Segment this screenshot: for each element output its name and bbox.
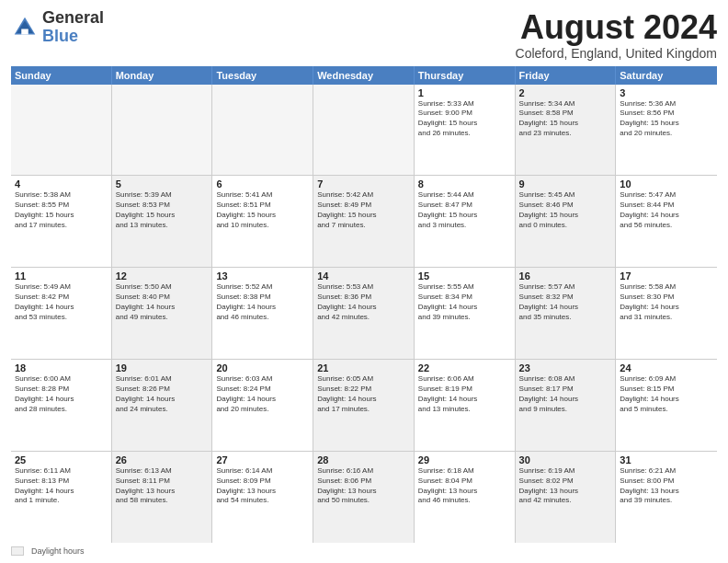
day-number: 20	[216, 362, 309, 373]
logo-text: General Blue	[42, 9, 104, 46]
calendar-cell: 20Sunrise: 6:03 AM Sunset: 8:24 PM Dayli…	[212, 360, 313, 451]
day-info: Sunrise: 5:57 AM Sunset: 8:32 PM Dayligh…	[519, 282, 612, 322]
day-info: Sunrise: 5:33 AM Sunset: 9:00 PM Dayligh…	[418, 99, 511, 139]
calendar-cell: 23Sunrise: 6:08 AM Sunset: 8:17 PM Dayli…	[516, 360, 617, 451]
calendar-cell: 8Sunrise: 5:44 AM Sunset: 8:47 PM Daylig…	[415, 176, 516, 267]
footer: Daylight hours	[11, 546, 717, 556]
day-number: 2	[519, 87, 612, 98]
calendar-header-thursday: Thursday	[415, 66, 516, 85]
calendar-cell: 3Sunrise: 5:36 AM Sunset: 8:56 PM Daylig…	[616, 85, 717, 176]
calendar-cell: 18Sunrise: 6:00 AM Sunset: 8:28 PM Dayli…	[11, 360, 112, 451]
calendar-cell: 2Sunrise: 5:34 AM Sunset: 8:58 PM Daylig…	[516, 85, 617, 176]
calendar-cell: 27Sunrise: 6:14 AM Sunset: 8:09 PM Dayli…	[212, 452, 313, 543]
day-info: Sunrise: 6:21 AM Sunset: 8:00 PM Dayligh…	[620, 466, 713, 506]
calendar-cell: 11Sunrise: 5:49 AM Sunset: 8:42 PM Dayli…	[11, 268, 112, 359]
day-info: Sunrise: 6:14 AM Sunset: 8:09 PM Dayligh…	[216, 466, 309, 506]
day-number: 15	[418, 270, 511, 282]
calendar-week-4: 25Sunrise: 6:11 AM Sunset: 8:13 PM Dayli…	[11, 452, 717, 543]
title-block: August 2024 Coleford, England, United Ki…	[516, 9, 717, 61]
calendar-week-2: 11Sunrise: 5:49 AM Sunset: 8:42 PM Dayli…	[11, 268, 717, 360]
day-number: 17	[620, 270, 713, 282]
calendar-cell: 22Sunrise: 6:06 AM Sunset: 8:19 PM Dayli…	[415, 360, 516, 451]
day-info: Sunrise: 5:38 AM Sunset: 8:55 PM Dayligh…	[15, 190, 108, 230]
day-info: Sunrise: 5:36 AM Sunset: 8:56 PM Dayligh…	[620, 99, 713, 139]
calendar-header-wednesday: Wednesday	[313, 66, 415, 85]
day-info: Sunrise: 6:16 AM Sunset: 8:06 PM Dayligh…	[317, 466, 410, 506]
day-info: Sunrise: 5:39 AM Sunset: 8:53 PM Dayligh…	[116, 190, 209, 230]
day-number: 3	[620, 87, 713, 98]
calendar-cell: 31Sunrise: 6:21 AM Sunset: 8:00 PM Dayli…	[616, 452, 717, 543]
calendar-header: SundayMondayTuesdayWednesdayThursdayFrid…	[11, 66, 717, 85]
day-info: Sunrise: 5:58 AM Sunset: 8:30 PM Dayligh…	[620, 282, 713, 322]
day-number: 12	[116, 270, 209, 282]
day-info: Sunrise: 5:41 AM Sunset: 8:51 PM Dayligh…	[216, 190, 309, 230]
page-container: General Blue August 2024 Coleford, Engla…	[0, 0, 728, 563]
month-title: August 2024	[516, 9, 717, 46]
legend-box	[11, 546, 24, 556]
day-info: Sunrise: 6:01 AM Sunset: 8:26 PM Dayligh…	[116, 374, 209, 414]
day-number: 14	[317, 270, 410, 282]
day-info: Sunrise: 6:08 AM Sunset: 8:17 PM Dayligh…	[519, 374, 612, 414]
calendar-header-saturday: Saturday	[616, 66, 717, 85]
day-number: 26	[116, 454, 209, 465]
day-info: Sunrise: 5:42 AM Sunset: 8:49 PM Dayligh…	[317, 190, 410, 230]
calendar-cell	[112, 85, 213, 176]
day-info: Sunrise: 5:50 AM Sunset: 8:40 PM Dayligh…	[116, 282, 209, 322]
day-number: 23	[519, 362, 612, 373]
calendar-cell: 17Sunrise: 5:58 AM Sunset: 8:30 PM Dayli…	[616, 268, 717, 359]
calendar-body: 1Sunrise: 5:33 AM Sunset: 9:00 PM Daylig…	[11, 85, 717, 543]
calendar-cell: 13Sunrise: 5:52 AM Sunset: 8:38 PM Dayli…	[212, 268, 313, 359]
calendar-cell: 30Sunrise: 6:19 AM Sunset: 8:02 PM Dayli…	[516, 452, 617, 543]
day-info: Sunrise: 6:06 AM Sunset: 8:19 PM Dayligh…	[418, 374, 511, 414]
calendar-week-1: 4Sunrise: 5:38 AM Sunset: 8:55 PM Daylig…	[11, 176, 717, 268]
day-info: Sunrise: 6:03 AM Sunset: 8:24 PM Dayligh…	[216, 374, 309, 414]
day-number: 13	[216, 270, 309, 282]
calendar-cell: 26Sunrise: 6:13 AM Sunset: 8:11 PM Dayli…	[112, 452, 213, 543]
location: Coleford, England, United Kingdom	[516, 46, 717, 61]
day-number: 22	[418, 362, 511, 373]
calendar-cell: 9Sunrise: 5:45 AM Sunset: 8:46 PM Daylig…	[516, 176, 617, 267]
day-info: Sunrise: 6:00 AM Sunset: 8:28 PM Dayligh…	[15, 374, 108, 414]
day-number: 31	[620, 454, 713, 465]
day-number: 24	[620, 362, 713, 373]
calendar: SundayMondayTuesdayWednesdayThursdayFrid…	[11, 66, 717, 543]
calendar-cell: 4Sunrise: 5:38 AM Sunset: 8:55 PM Daylig…	[11, 176, 112, 267]
calendar-cell: 14Sunrise: 5:53 AM Sunset: 8:36 PM Dayli…	[313, 268, 415, 359]
day-number: 10	[620, 178, 713, 190]
page-header: General Blue August 2024 Coleford, Engla…	[11, 9, 717, 61]
day-number: 11	[15, 270, 108, 282]
calendar-header-tuesday: Tuesday	[212, 66, 313, 85]
calendar-cell: 29Sunrise: 6:18 AM Sunset: 8:04 PM Dayli…	[415, 452, 516, 543]
legend-label: Daylight hours	[31, 546, 85, 556]
day-info: Sunrise: 6:05 AM Sunset: 8:22 PM Dayligh…	[317, 374, 410, 414]
day-info: Sunrise: 6:09 AM Sunset: 8:15 PM Dayligh…	[620, 374, 713, 414]
calendar-cell: 6Sunrise: 5:41 AM Sunset: 8:51 PM Daylig…	[212, 176, 313, 267]
day-info: Sunrise: 5:47 AM Sunset: 8:44 PM Dayligh…	[620, 190, 713, 230]
calendar-week-0: 1Sunrise: 5:33 AM Sunset: 9:00 PM Daylig…	[11, 85, 717, 177]
day-info: Sunrise: 6:13 AM Sunset: 8:11 PM Dayligh…	[116, 466, 209, 506]
day-number: 16	[519, 270, 612, 282]
day-number: 5	[116, 178, 209, 190]
calendar-cell	[313, 85, 415, 176]
day-number: 1	[418, 87, 511, 98]
day-number: 19	[116, 362, 209, 373]
calendar-cell: 25Sunrise: 6:11 AM Sunset: 8:13 PM Dayli…	[11, 452, 112, 543]
day-number: 28	[317, 454, 410, 465]
day-number: 6	[216, 178, 309, 190]
day-number: 27	[216, 454, 309, 465]
svg-rect-2	[21, 29, 28, 34]
day-number: 29	[418, 454, 511, 465]
calendar-header-monday: Monday	[112, 66, 213, 85]
logo-icon	[11, 14, 39, 41]
logo-general-text: General	[42, 9, 104, 28]
calendar-cell: 15Sunrise: 5:55 AM Sunset: 8:34 PM Dayli…	[415, 268, 516, 359]
calendar-week-3: 18Sunrise: 6:00 AM Sunset: 8:28 PM Dayli…	[11, 360, 717, 452]
calendar-cell: 1Sunrise: 5:33 AM Sunset: 9:00 PM Daylig…	[415, 85, 516, 176]
calendar-cell: 19Sunrise: 6:01 AM Sunset: 8:26 PM Dayli…	[112, 360, 213, 451]
day-number: 9	[519, 178, 612, 190]
day-number: 30	[519, 454, 612, 465]
logo-blue-text: Blue	[42, 28, 104, 46]
day-info: Sunrise: 6:18 AM Sunset: 8:04 PM Dayligh…	[418, 466, 511, 506]
day-number: 7	[317, 178, 410, 190]
day-info: Sunrise: 5:44 AM Sunset: 8:47 PM Dayligh…	[418, 190, 511, 230]
